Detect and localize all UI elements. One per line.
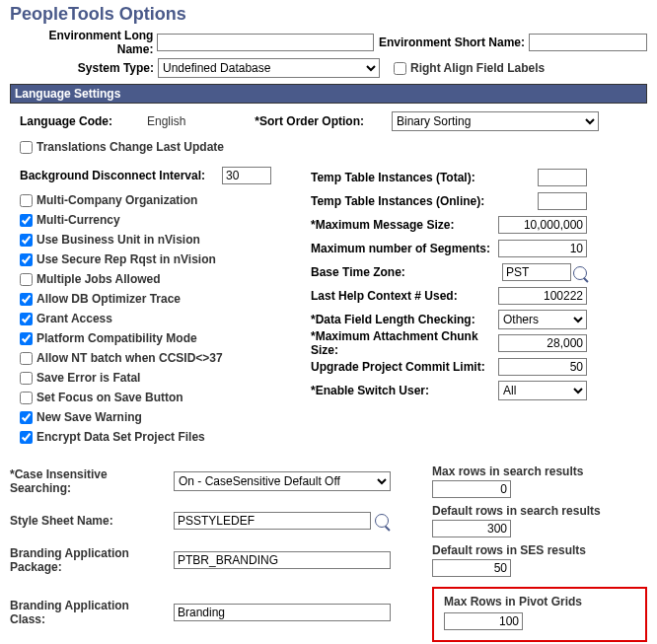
field-input[interactable] xyxy=(502,263,571,281)
option-checkbox[interactable] xyxy=(20,214,33,227)
system-type-select[interactable]: Undefined Database xyxy=(158,58,380,78)
field-input[interactable] xyxy=(538,169,587,186)
pivot-input[interactable] xyxy=(444,612,523,630)
field-label: *Enable Switch User: xyxy=(311,384,429,397)
option-row: Set Focus on Save Button xyxy=(20,388,271,407)
option-checkbox[interactable] xyxy=(20,234,33,247)
field-label: *Maximum Attachment Chunk Size: xyxy=(311,329,498,357)
option-checkbox[interactable] xyxy=(20,431,33,444)
bg-interval-label: Background Disconnect Interval: xyxy=(20,169,222,182)
option-checkbox[interactable] xyxy=(20,253,33,266)
option-checkbox[interactable] xyxy=(20,273,33,286)
option-row: Use Secure Rep Rqst in nVision xyxy=(20,250,271,269)
option-label: Allow NT batch when CCSID<>37 xyxy=(36,351,223,365)
option-checkbox[interactable] xyxy=(20,392,33,404)
field-row: Temp Table Instances (Total): xyxy=(311,167,587,188)
field-label: Last Help Context # Used: xyxy=(311,289,458,303)
maxrows-search-input[interactable] xyxy=(432,480,511,498)
option-row: Encrypt Data Set Project Files xyxy=(20,427,271,447)
option-checkbox[interactable] xyxy=(20,411,33,424)
maxrows-search-label: Max rows in search results xyxy=(432,465,583,478)
option-label: Multi-Company Organization xyxy=(36,193,197,207)
lookup-icon[interactable] xyxy=(573,266,587,280)
field-label: Upgrade Project Commit Limit: xyxy=(311,360,485,374)
option-label: Use Business Unit in nVision xyxy=(36,233,200,247)
defrows-search-input[interactable] xyxy=(432,520,511,537)
option-row: New Save Warning xyxy=(20,407,271,427)
field-row: Temp Table Instances (Online): xyxy=(311,190,587,212)
option-row: Platform Compatibility Mode xyxy=(20,328,271,348)
field-input[interactable] xyxy=(498,216,587,234)
field-input[interactable] xyxy=(498,240,587,257)
field-input[interactable] xyxy=(498,334,587,352)
brand-cls-label: Branding Application Class: xyxy=(10,599,168,626)
field-row: *Maximum Message Size: xyxy=(311,214,587,236)
option-row: Multiple Jobs Allowed xyxy=(20,269,271,289)
language-settings-bar: Language Settings xyxy=(10,84,647,104)
option-row: Use Business Unit in nVision xyxy=(20,230,271,250)
field-label: *Maximum Message Size: xyxy=(311,218,454,232)
option-row: Allow NT batch when CCSID<>37 xyxy=(20,348,271,368)
sort-order-label: *Sort Order Option: xyxy=(250,114,368,128)
sort-order-select[interactable]: Binary Sorting xyxy=(392,111,599,131)
style-input[interactable] xyxy=(174,512,371,530)
system-type-label: System Type: xyxy=(10,61,158,75)
defrows-ses-label: Default rows in SES results xyxy=(432,543,586,557)
option-label: Encrypt Data Set Project Files xyxy=(36,430,205,444)
field-label: *Data Field Length Checking: xyxy=(311,313,475,326)
option-label: Use Secure Rep Rqst in nVision xyxy=(36,252,216,266)
case-label: *Case Insensitive Searching: xyxy=(10,467,168,495)
case-select[interactable]: On - CaseSensitive Default Off xyxy=(174,471,391,491)
field-row: *Maximum Attachment Chunk Size: xyxy=(311,332,587,354)
option-checkbox[interactable] xyxy=(20,332,33,345)
field-row: Maximum number of Segments: xyxy=(311,238,587,259)
env-short-label: Environment Short Name: xyxy=(374,36,529,49)
brand-pkg-label: Branding Application Package: xyxy=(10,546,168,574)
field-label: Maximum number of Segments: xyxy=(311,242,490,255)
field-label: Temp Table Instances (Total): xyxy=(311,171,475,184)
option-label: Set Focus on Save Button xyxy=(36,391,183,404)
right-align-label: Right Align Field Labels xyxy=(410,61,545,75)
field-label: Base Time Zone: xyxy=(311,265,405,279)
option-label: Multi-Currency xyxy=(36,213,120,227)
field-input[interactable]: All xyxy=(498,381,587,400)
option-row: Allow DB Optimizer Trace xyxy=(20,289,271,309)
field-input[interactable] xyxy=(538,192,587,210)
option-checkbox[interactable] xyxy=(20,372,33,385)
field-row: Last Help Context # Used: xyxy=(311,285,587,307)
field-row: Upgrade Project Commit Limit: xyxy=(311,356,587,378)
translations-checkbox[interactable] xyxy=(20,141,33,154)
option-row: Save Error is Fatal xyxy=(20,368,271,388)
option-checkbox[interactable] xyxy=(20,313,33,325)
pivot-highlight: Max Rows in Pivot Grids xyxy=(432,587,647,642)
option-checkbox[interactable] xyxy=(20,194,33,207)
option-checkbox[interactable] xyxy=(20,293,33,306)
env-long-input[interactable] xyxy=(157,34,373,51)
brand-cls-input[interactable] xyxy=(174,604,391,621)
option-checkbox[interactable] xyxy=(20,352,33,365)
field-row: *Data Field Length Checking:Others xyxy=(311,309,587,330)
option-row: Multi-Currency xyxy=(20,210,271,230)
option-label: Grant Access xyxy=(36,312,112,325)
pivot-label: Max Rows in Pivot Grids xyxy=(444,595,635,608)
option-row: Grant Access xyxy=(20,309,271,328)
field-input[interactable]: Others xyxy=(498,310,587,329)
env-long-label: Environment Long Name: xyxy=(10,29,157,56)
field-row: Base Time Zone: xyxy=(311,261,587,283)
right-align-checkbox[interactable] xyxy=(394,62,406,75)
option-label: Allow DB Optimizer Trace xyxy=(36,292,181,306)
brand-pkg-input[interactable] xyxy=(174,551,391,569)
defrows-search-label: Default rows in search results xyxy=(432,504,601,518)
translations-label: Translations Change Last Update xyxy=(36,140,224,154)
field-input[interactable] xyxy=(498,358,587,376)
option-row: Multi-Company Organization xyxy=(20,190,271,210)
lookup-icon[interactable] xyxy=(375,514,389,528)
defrows-ses-input[interactable] xyxy=(432,559,511,577)
lang-code-value: English xyxy=(147,114,226,128)
env-short-input[interactable] xyxy=(529,34,647,51)
style-label: Style Sheet Name: xyxy=(10,514,168,528)
field-input[interactable] xyxy=(498,287,587,305)
option-label: Platform Compatibility Mode xyxy=(36,331,197,345)
option-label: Multiple Jobs Allowed xyxy=(36,272,161,286)
bg-interval-input[interactable] xyxy=(222,167,271,184)
